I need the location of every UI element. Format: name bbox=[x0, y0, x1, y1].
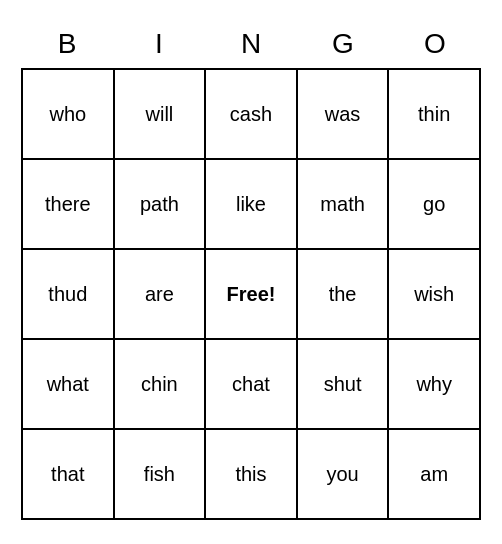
cell-r4-i: chin bbox=[115, 340, 207, 428]
cell-r1-n: cash bbox=[206, 70, 298, 158]
cell-r2-b: there bbox=[23, 160, 115, 248]
cell-r1-b: who bbox=[23, 70, 115, 158]
header-o: O bbox=[389, 24, 481, 64]
bingo-row: that fish this you am bbox=[23, 430, 479, 518]
header-n: N bbox=[205, 24, 297, 64]
cell-r3-g: the bbox=[298, 250, 390, 338]
cell-r4-n: chat bbox=[206, 340, 298, 428]
cell-r4-g: shut bbox=[298, 340, 390, 428]
bingo-row: what chin chat shut why bbox=[23, 340, 479, 430]
bingo-grid: who will cash was thin there path like m… bbox=[21, 68, 481, 520]
cell-r5-g: you bbox=[298, 430, 390, 518]
cell-r2-n: like bbox=[206, 160, 298, 248]
bingo-row: thud are Free! the wish bbox=[23, 250, 479, 340]
cell-r5-i: fish bbox=[115, 430, 207, 518]
bingo-board: B I N G O who will cash was thin there p… bbox=[21, 24, 481, 520]
cell-r5-b: that bbox=[23, 430, 115, 518]
cell-r4-o: why bbox=[389, 340, 479, 428]
bingo-row: who will cash was thin bbox=[23, 70, 479, 160]
header-g: G bbox=[297, 24, 389, 64]
cell-r1-g: was bbox=[298, 70, 390, 158]
header-b: B bbox=[21, 24, 113, 64]
cell-r3-o: wish bbox=[389, 250, 479, 338]
cell-r1-i: will bbox=[115, 70, 207, 158]
cell-r4-b: what bbox=[23, 340, 115, 428]
bingo-header: B I N G O bbox=[21, 24, 481, 64]
cell-r2-o: go bbox=[389, 160, 479, 248]
free-space: Free! bbox=[206, 250, 298, 338]
cell-r2-g: math bbox=[298, 160, 390, 248]
cell-r5-o: am bbox=[389, 430, 479, 518]
cell-r5-n: this bbox=[206, 430, 298, 518]
bingo-row: there path like math go bbox=[23, 160, 479, 250]
cell-r3-i: are bbox=[115, 250, 207, 338]
cell-r1-o: thin bbox=[389, 70, 479, 158]
cell-r2-i: path bbox=[115, 160, 207, 248]
header-i: I bbox=[113, 24, 205, 64]
cell-r3-b: thud bbox=[23, 250, 115, 338]
